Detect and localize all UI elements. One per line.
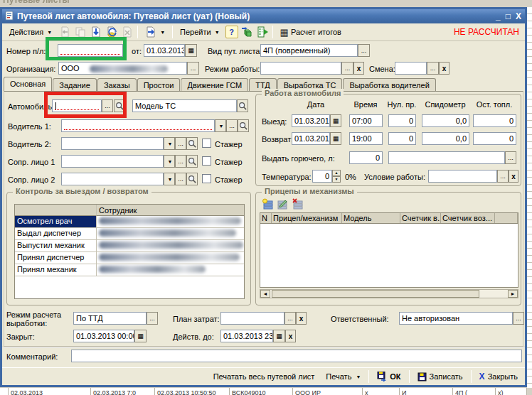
driver1-input[interactable] bbox=[61, 119, 215, 132]
escort2-search-icon[interactable] bbox=[186, 173, 198, 185]
waybill-type-input[interactable]: 4П (повременный) bbox=[260, 44, 358, 57]
driver1-search-icon[interactable] bbox=[238, 119, 249, 132]
escort1-dropdown-icon[interactable]: ▼ bbox=[164, 155, 175, 168]
delete-row-icon[interactable] bbox=[290, 197, 304, 211]
tab-prostoi[interactable]: Простои bbox=[137, 78, 181, 91]
calendar-icon[interactable]: ▦ bbox=[185, 44, 197, 57]
vehicle-model-search-icon[interactable] bbox=[237, 99, 248, 112]
plan-select-button[interactable]: ... bbox=[284, 312, 296, 325]
table-row[interactable]: Выпустил механик bbox=[15, 240, 244, 252]
driver2-select-button[interactable]: ... bbox=[175, 137, 186, 150]
help-icon[interactable]: ? bbox=[225, 26, 238, 38]
calc-mode-input[interactable]: По ТТД bbox=[73, 312, 147, 325]
edit-row-icon[interactable] bbox=[275, 197, 289, 211]
maximize-button[interactable]: □ bbox=[506, 11, 511, 21]
driver1-dropdown-icon[interactable]: ▼ bbox=[215, 119, 226, 132]
print-menu-button[interactable]: Печать▼ bbox=[322, 371, 364, 382]
closed-input[interactable]: 01.03.2013 00:00 bbox=[73, 330, 134, 342]
table-row[interactable]: Принял диспетчер bbox=[15, 252, 244, 264]
depart-fuel-input[interactable]: 0 bbox=[473, 114, 516, 127]
issue-fuel-amount-input[interactable]: 0 bbox=[349, 151, 383, 164]
issue-fuel-type-input[interactable] bbox=[388, 151, 505, 164]
close-form-button[interactable]: X Закрыть bbox=[476, 370, 521, 383]
driver2-dropdown-icon[interactable]: ▼ bbox=[164, 137, 175, 150]
issue-fuel-select-button[interactable]: ... bbox=[505, 151, 516, 164]
tab-vyrabotka-voditeley[interactable]: Выработка водителей bbox=[343, 78, 435, 91]
depart-time-input[interactable]: 07:00 bbox=[349, 114, 383, 127]
create-on-basis-button[interactable]: ▼ bbox=[141, 24, 169, 40]
plan-clear-button[interactable]: x bbox=[296, 312, 307, 325]
work-condition-input[interactable] bbox=[428, 170, 497, 183]
comment-input[interactable] bbox=[71, 350, 522, 362]
depart-odometer-input[interactable]: 0,0 bbox=[422, 114, 469, 127]
shift-select-button[interactable]: ... bbox=[427, 62, 439, 75]
return-odometer-input[interactable]: 0,0 bbox=[422, 132, 469, 145]
work-mode-select-button[interactable]: ... bbox=[341, 62, 353, 75]
tab-osnovnaya[interactable]: Основная bbox=[4, 77, 52, 91]
escort1-trainee-checkbox[interactable] bbox=[202, 156, 211, 166]
scroll-right-icon[interactable]: ► bbox=[508, 290, 518, 298]
table-row[interactable]: Осмотрел врач bbox=[15, 216, 244, 228]
table-row[interactable]: Выдал диспетчер bbox=[15, 228, 244, 240]
work-condition-clear-button[interactable]: x bbox=[509, 170, 518, 183]
tab-zakazy[interactable]: Заказы bbox=[97, 78, 137, 91]
plan-input[interactable] bbox=[220, 312, 284, 325]
escort1-input[interactable] bbox=[61, 155, 164, 168]
escort1-search-icon[interactable] bbox=[186, 155, 198, 168]
work-mode-clear-button[interactable]: x bbox=[353, 62, 364, 75]
toolbar-separator bbox=[272, 26, 273, 38]
calendar-icon[interactable]: ▦ bbox=[330, 114, 341, 127]
organization-select-button[interactable]: ... bbox=[187, 62, 199, 75]
goto-menu[interactable]: Перейти▼ bbox=[176, 26, 224, 38]
driver2-search-icon[interactable] bbox=[186, 137, 198, 150]
minimize-button[interactable]: _ bbox=[496, 11, 501, 21]
shift-input[interactable] bbox=[395, 62, 427, 75]
ok-button[interactable]: ОК bbox=[373, 370, 404, 383]
temperature-input[interactable]: 0 bbox=[312, 170, 332, 183]
doc-date-input[interactable]: 01.03.2013 bbox=[144, 44, 185, 57]
tab-zadanie[interactable]: Задание bbox=[53, 78, 97, 91]
depart-zero-run-input[interactable]: 0 bbox=[388, 114, 416, 127]
driver2-input[interactable] bbox=[61, 137, 164, 150]
organization-input[interactable]: ООО bbox=[58, 62, 187, 75]
valid-until-input[interactable]: 01.03.2013 23:59 bbox=[220, 330, 273, 342]
calendar-icon[interactable]: ▦ bbox=[273, 330, 285, 342]
save-button[interactable]: Записать bbox=[414, 371, 467, 383]
escort2-trainee-checkbox[interactable] bbox=[202, 174, 211, 183]
horizontal-scrollbar[interactable]: ◄ ► bbox=[260, 289, 518, 298]
add-row-icon[interactable] bbox=[260, 197, 275, 211]
escort2-dropdown-icon[interactable]: ▼ bbox=[164, 173, 175, 185]
work-mode-input[interactable] bbox=[260, 62, 341, 75]
driver1-select-button[interactable]: ... bbox=[226, 119, 238, 132]
return-time-input[interactable]: 19:00 bbox=[349, 132, 383, 145]
table-row[interactable]: Принял механик bbox=[15, 264, 244, 276]
waybill-type-select-button[interactable]: ... bbox=[358, 44, 370, 57]
escort1-select-button[interactable]: ... bbox=[175, 155, 186, 168]
scrollbar-thumb[interactable] bbox=[272, 290, 479, 298]
subordination-structure-icon[interactable] bbox=[240, 25, 254, 39]
vehicle-model-input[interactable]: Модель ТС bbox=[132, 99, 237, 112]
temperature-stepper[interactable]: ▲▼ bbox=[332, 170, 341, 183]
calendar-icon[interactable]: ▦ bbox=[330, 132, 341, 145]
report-list-icon[interactable] bbox=[255, 25, 270, 39]
valid-until-clear-button[interactable]: x bbox=[285, 330, 296, 342]
work-condition-select-button[interactable]: ... bbox=[497, 170, 509, 183]
calendar-icon[interactable]: ▦ bbox=[134, 330, 147, 342]
scroll-left-icon[interactable]: ◄ bbox=[260, 290, 270, 298]
calc-totals-button[interactable]: ▦Расчет итогов bbox=[276, 26, 346, 39]
tab-dvizhenie-gsm[interactable]: Движение ГСМ bbox=[181, 78, 248, 91]
calc-mode-select-button[interactable]: ... bbox=[147, 312, 158, 325]
depart-date-input[interactable]: 01.03.2013 bbox=[292, 114, 330, 127]
responsible-select-button[interactable]: ... bbox=[513, 312, 524, 325]
return-date-input[interactable]: 01.03.2013 bbox=[292, 132, 330, 145]
close-button[interactable]: X bbox=[516, 11, 521, 21]
responsible-input[interactable]: Не авторизован bbox=[399, 312, 513, 325]
title-bar[interactable]: Путевой лист автомобиля: Путевой лист (у… bbox=[2, 9, 525, 23]
return-zero-run-input[interactable]: 0 bbox=[388, 132, 416, 145]
print-full-waybill-button[interactable]: Печатать весь путевой лист bbox=[210, 371, 319, 382]
driver2-trainee-checkbox[interactable] bbox=[202, 139, 211, 148]
escort2-select-button[interactable]: ... bbox=[175, 173, 186, 185]
return-fuel-input[interactable]: 0 bbox=[473, 132, 516, 145]
shift-clear-button[interactable]: x bbox=[439, 62, 449, 75]
escort2-input[interactable] bbox=[61, 173, 164, 185]
